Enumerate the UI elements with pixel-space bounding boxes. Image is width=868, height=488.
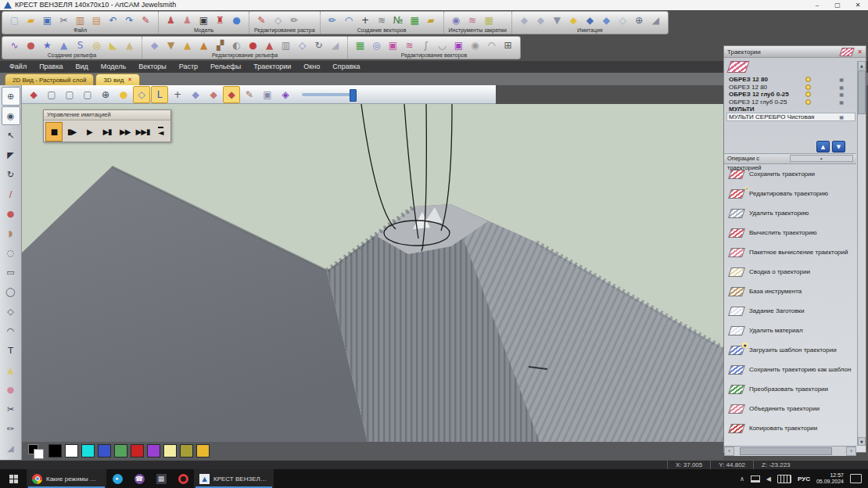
tab-3d-view[interactable]: 3D вид ✕ xyxy=(95,74,140,85)
minimize-button[interactable]: – xyxy=(807,0,827,10)
tray-expand-icon[interactable] xyxy=(740,475,744,483)
wrap-sphere-icon[interactable]: ● xyxy=(229,13,244,27)
visibility-lamp-icon[interactable] xyxy=(805,92,811,97)
material-colour-icon[interactable]: ◈ xyxy=(277,86,294,103)
pencil-tool-icon[interactable]: ✏ xyxy=(2,419,20,438)
turn-relief-icon[interactable]: ◎ xyxy=(89,38,104,52)
smooth-relief-icon[interactable]: ◆ xyxy=(147,38,162,52)
language-indicator[interactable]: РУС xyxy=(798,475,810,483)
paste-along-curve-icon[interactable]: ≋ xyxy=(375,13,389,27)
wrap-text-rings-icon[interactable]: ◎ xyxy=(369,38,384,52)
rotate-view-icon[interactable]: ↻ xyxy=(2,165,20,184)
toolpaths-panel-header[interactable]: Траектории ✕ xyxy=(724,46,866,58)
scale-relief-icon[interactable]: ▲ xyxy=(180,38,195,52)
node-editing-icon[interactable]: + xyxy=(358,13,373,27)
menu-item[interactable]: Траектории xyxy=(247,61,297,73)
rotary-relief-icon[interactable]: ♜ xyxy=(213,13,228,27)
save-model-icon[interactable]: ▣ xyxy=(40,13,55,27)
gem-ring-icon[interactable]: ◉ xyxy=(449,13,464,27)
group-vectors-icon[interactable]: ▣ xyxy=(451,38,466,52)
menu-item[interactable]: Модель xyxy=(95,61,132,73)
visibility-lamp-icon[interactable] xyxy=(805,84,811,90)
view-along-x-icon[interactable]: ▢ xyxy=(43,86,60,103)
move-toolpath-up-button[interactable]: ▲ xyxy=(816,141,830,152)
simulate-relief-toggle-icon[interactable]: ◆ xyxy=(223,86,240,103)
taskbar-telegram-button[interactable] xyxy=(106,469,128,488)
delete-simulation-icon[interactable]: ◆ xyxy=(566,13,581,27)
panel-close-icon[interactable]: ✕ xyxy=(857,48,863,56)
collapse-section-icon[interactable] xyxy=(790,155,854,162)
menu-item[interactable]: Справка xyxy=(326,61,366,73)
origin-toggle-icon[interactable]: + xyxy=(169,86,186,103)
rectangle-tool-icon[interactable]: ▭ xyxy=(2,263,20,282)
two-rail-sweep-icon[interactable]: ★ xyxy=(40,38,55,52)
show-front-relief-icon[interactable]: ♟ xyxy=(163,13,178,27)
rotate-relief-icon[interactable]: ↻ xyxy=(311,38,326,52)
close-button[interactable]: ✕ xyxy=(848,0,868,10)
maximize-button[interactable]: ▢ xyxy=(827,0,848,10)
arc-tool-icon[interactable]: ◠ xyxy=(2,321,20,340)
scroll-up-icon[interactable]: ▲ xyxy=(858,61,866,70)
start-button[interactable] xyxy=(0,469,27,488)
edit-toolpath[interactable]: i Редактировать траекторию xyxy=(724,184,856,203)
undo-icon[interactable]: ↶ xyxy=(106,13,120,27)
palette-colour-swatch[interactable] xyxy=(180,444,193,458)
zoom-tool-icon[interactable]: ⊕ xyxy=(2,87,20,106)
scroll-right-icon[interactable] xyxy=(846,447,856,456)
paint-icon[interactable]: ● xyxy=(2,204,20,223)
calculate-toolpath[interactable]: Вычислить траекторию xyxy=(724,223,856,242)
menu-item[interactable]: Правка xyxy=(33,61,69,73)
stamp-tool-icon[interactable]: ▣ xyxy=(259,86,276,103)
smudge-icon[interactable]: ◗ xyxy=(2,224,20,242)
redo-icon[interactable]: ↷ xyxy=(122,13,137,27)
numbered-text-icon[interactable]: № xyxy=(391,13,406,27)
visibility-lamp-icon[interactable] xyxy=(805,99,811,105)
keyboard-icon[interactable] xyxy=(777,475,791,483)
taskbar-opera-button[interactable] xyxy=(172,469,194,488)
spin-relief-icon[interactable]: S xyxy=(73,38,88,52)
setup-stock[interactable]: Задание Заготовки xyxy=(724,301,856,321)
texture-relief-icon[interactable]: ▲ xyxy=(122,38,137,52)
dome-tool-icon[interactable]: ● xyxy=(2,380,20,399)
hide-simulation-button[interactable]: ◄ xyxy=(152,122,169,142)
offset-relief-icon[interactable]: ▲ xyxy=(262,38,277,52)
taskbar-artcam-task[interactable]: КРЕСТ ВЕНЗЕЛЯ 14... xyxy=(194,469,274,488)
palette-colour-swatch[interactable] xyxy=(196,444,210,458)
centre-in-page-icon[interactable]: ⊞ xyxy=(500,38,515,52)
notification-center-icon[interactable] xyxy=(850,474,862,483)
zoom-tool-icon[interactable]: ⊕ xyxy=(97,86,114,103)
cone-tool-icon[interactable]: ▲ xyxy=(2,361,20,379)
scroll-left-icon[interactable] xyxy=(724,447,734,456)
paint-bitmap-icon[interactable]: ✎ xyxy=(254,13,269,27)
view-along-y-icon[interactable]: ▢ xyxy=(61,86,78,103)
open-model-icon[interactable]: ▰ xyxy=(23,13,38,27)
extrude-icon[interactable]: ▲ xyxy=(56,38,71,52)
create-arc-icon[interactable]: ◠ xyxy=(342,13,357,27)
lasso-icon[interactable]: ◌ xyxy=(2,243,20,262)
mirror-relief-icon[interactable]: ▞ xyxy=(213,38,228,52)
vector-texture-icon[interactable]: ▣ xyxy=(386,38,400,52)
merge-toolpaths[interactable]: Объединить траектории xyxy=(724,399,856,418)
create-stock-icon[interactable]: ◇ xyxy=(615,13,630,27)
z-axis-toggle-icon[interactable]: L xyxy=(151,86,168,103)
palette-colour-swatch[interactable] xyxy=(98,444,111,458)
menu-item[interactable]: Файл xyxy=(3,61,33,73)
colour-picker-icon[interactable]: ✏ xyxy=(287,13,302,27)
toolpath-tool-icon[interactable] xyxy=(839,113,844,122)
sculpt-relief-icon[interactable]: ▼ xyxy=(163,38,178,52)
palette-colour-swatch[interactable] xyxy=(163,444,177,458)
trim-vectors-icon[interactable]: ◡ xyxy=(435,38,450,52)
toolpath-item[interactable]: ОБРЕЗ 12 80 xyxy=(727,76,855,84)
edit-icon[interactable]: ✎ xyxy=(138,13,153,27)
save-simulation-icon[interactable]: ◆ xyxy=(583,13,597,27)
network-icon[interactable] xyxy=(751,475,760,483)
select-icon[interactable]: ↖ xyxy=(2,126,20,145)
panel-vertical-scrollbar[interactable]: ▲ ▼ xyxy=(857,61,866,446)
opacity-slider[interactable] xyxy=(302,93,357,96)
menu-item[interactable]: Вид xyxy=(70,61,95,73)
shade-simulation-icon[interactable]: ◆ xyxy=(599,13,614,27)
tool-database[interactable]: База инструмента xyxy=(724,282,856,301)
toolpath-item[interactable]: ОБРЕЗ 12 80 xyxy=(727,84,855,92)
palette-colour-swatch[interactable] xyxy=(65,444,78,458)
batch-calculate-toolpaths[interactable]: Пакетное вычисление траекторий xyxy=(724,242,856,262)
